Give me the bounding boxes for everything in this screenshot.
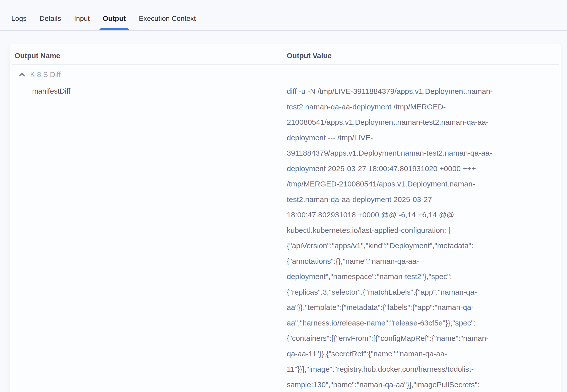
table-row: manifestDiff diff -u -N /tmp/LIVE-391188… — [15, 84, 556, 392]
output-value-line: kubectl.kubernetes.io/last-applied-confi… — [287, 223, 556, 238]
output-value-line: qa-aa-11"}},{"secretRef":{"name":"naman-… — [287, 346, 556, 362]
group-label: K 8 S Diff — [30, 71, 61, 79]
column-header-output-value: Output Value — [287, 52, 556, 60]
collapse-group-button[interactable] — [19, 73, 25, 77]
output-value-line: deployment --- /tmp/LIVE- — [287, 130, 556, 146]
header-separator — [12, 64, 559, 64]
output-panel: Output Name Output Value K 8 S Diff mani… — [10, 44, 561, 392]
output-value-line: sample:130","name":"naman-qa-aa"}],"imag… — [287, 377, 556, 392]
tab-logs[interactable]: Logs — [11, 7, 27, 30]
output-value-line: aa"}},"template":{"metadata":{"labels":{… — [287, 300, 556, 315]
tab-details[interactable]: Details — [40, 7, 61, 30]
output-value-line: {"containers":[{"envFrom":[{"configMapRe… — [287, 331, 556, 346]
output-value-line: deployment","namespace":"naman-test2"},"… — [287, 269, 556, 284]
tab-execution-context[interactable]: Execution Context — [139, 7, 196, 30]
column-header-output-name: Output Name — [15, 52, 287, 60]
tab-output[interactable]: Output — [103, 7, 126, 30]
output-value-line: /tmp/MERGED-210080541/apps.v1.Deployment… — [287, 176, 556, 192]
output-name-cell: manifestDiff — [15, 84, 287, 99]
step-details-tabbar: Logs Details Input Output Execution Cont… — [0, 0, 567, 31]
output-value-line: 11"}}],"image":"registry.hub.docker.com/… — [287, 361, 556, 377]
output-value-line: {"replicas":3,"selector":{"matchLabels":… — [287, 284, 556, 300]
tab-input[interactable]: Input — [74, 7, 90, 30]
output-value-line: 18:00:47.802931018 +0000 @@ -6,14 +6,14 … — [287, 207, 556, 223]
output-value-cell: diff -u -N /tmp/LIVE-3911884379/apps.v1.… — [287, 84, 556, 392]
output-value-line: test2.naman-qa-aa-deployment /tmp/MERGED… — [287, 99, 556, 115]
output-value-line: aa","harness.io/release-name":"release-6… — [287, 315, 556, 331]
output-value-line: {"annotations":{},"name":"naman-qa-aa- — [287, 253, 556, 269]
output-value-line: {"apiVersion":"apps/v1","kind":"Deployme… — [287, 238, 556, 253]
output-value-line: 210080541/apps.v1.Deployment.naman-test2… — [287, 114, 556, 130]
output-value-line: 3911884379/apps.v1.Deployment.naman-test… — [287, 145, 556, 161]
chevron-up-icon — [19, 73, 25, 77]
output-value-line: diff -u -N /tmp/LIVE-3911884379/apps.v1.… — [287, 84, 556, 99]
output-value-line: test2.naman-qa-aa-deployment 2025-03-27 — [287, 192, 556, 207]
output-value-line: deployment 2025-03-27 18:00:47.801931020… — [287, 161, 556, 176]
output-table-header: Output Name Output Value — [15, 52, 556, 64]
output-group-row[interactable]: K 8 S Diff — [15, 70, 556, 79]
